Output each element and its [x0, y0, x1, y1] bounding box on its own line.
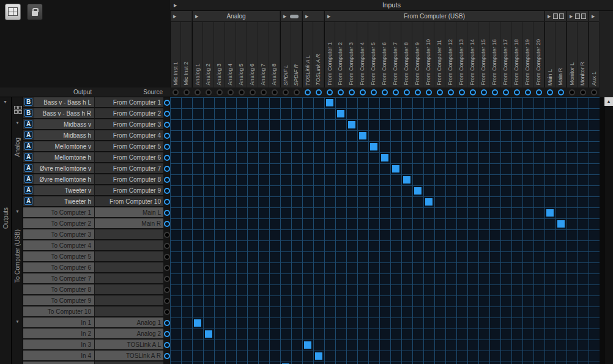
matrix-connection[interactable]: [557, 220, 565, 228]
lock-button[interactable]: [27, 4, 43, 20]
column-header[interactable]: Main L: [544, 22, 555, 87]
source-cell[interactable]: From Computer 5: [94, 141, 163, 152]
source-cell[interactable]: [94, 295, 163, 306]
matrix-connection[interactable]: [403, 176, 411, 184]
output-name-cell[interactable]: Mellomtone v: [34, 141, 94, 152]
column-header[interactable]: Analog 3: [214, 22, 225, 87]
output-name-cell[interactable]: Øvre mellomtone h: [34, 174, 94, 185]
output-name-cell[interactable]: In 2: [23, 329, 94, 339]
source-cell[interactable]: [94, 284, 163, 295]
column-header[interactable]: From Computer 15: [478, 22, 489, 87]
column-header[interactable]: Main R: [555, 22, 567, 87]
output-name-cell[interactable]: To Computer 6: [23, 262, 94, 273]
analog-collapse-icon[interactable]: ▼: [15, 121, 20, 125]
column-header[interactable]: Analog 2: [203, 22, 214, 87]
output-name-cell[interactable]: Midbass v: [34, 119, 94, 130]
column-header[interactable]: Analog 7: [258, 22, 269, 87]
source-cell[interactable]: [94, 306, 163, 317]
column-header[interactable]: From Computer 5: [368, 22, 379, 87]
column-header[interactable]: From Computer 11: [434, 22, 445, 87]
column-header[interactable]: Aux 1: [589, 22, 600, 87]
output-name-cell[interactable]: In 1: [23, 318, 94, 328]
source-cell[interactable]: From Computer 4: [94, 130, 163, 141]
output-name-cell[interactable]: In 4: [23, 351, 94, 361]
output-name-cell[interactable]: Bass v - Bass h L: [34, 97, 94, 108]
source-cell[interactable]: [94, 262, 163, 273]
input-group-analog[interactable]: ▶Analog: [192, 11, 280, 22]
pair-grid-icon[interactable]: [14, 106, 22, 114]
output-name-cell[interactable]: Bass v - Bass h R: [34, 108, 94, 119]
inputs-bar[interactable]: ▶ Inputs: [170, 0, 613, 11]
output-name-cell[interactable]: Øvre mellomtone v: [34, 163, 94, 174]
column-header[interactable]: From Computer 7: [390, 22, 401, 87]
column-header[interactable]: From Computer 8: [401, 22, 412, 87]
output-name-cell[interactable]: To Computer 4: [23, 240, 94, 251]
source-cell[interactable]: From Computer 6: [94, 152, 163, 163]
column-header[interactable]: From Computer 12: [445, 22, 456, 87]
source-cell[interactable]: From Computer 8: [94, 174, 163, 185]
inputs-expand-icon[interactable]: ▶: [174, 3, 177, 8]
output-name-cell[interactable]: Midbass h: [34, 130, 94, 141]
column-header[interactable]: SPDIF L: [280, 22, 291, 87]
output-name-cell[interactable]: Tweeter h: [34, 196, 94, 207]
input-group-from-computer[interactable]: ▶From Computer (USB): [324, 11, 544, 22]
source-cell[interactable]: From Computer 10: [94, 196, 163, 207]
matrix-connection[interactable]: [205, 330, 212, 338]
in-group-collapse-icon[interactable]: ▼: [15, 319, 20, 324]
source-cell[interactable]: From Computer 1: [94, 97, 163, 108]
column-header[interactable]: From Computer 19: [522, 22, 533, 87]
column-header[interactable]: Analog 5: [236, 22, 247, 87]
matrix-connection[interactable]: [348, 121, 355, 128]
output-name-cell[interactable]: Mellomtone h: [34, 152, 94, 163]
column-header[interactable]: Mic Inst 2: [181, 22, 192, 87]
matrix-connection[interactable]: [392, 165, 399, 173]
source-cell[interactable]: Main R: [94, 218, 163, 229]
column-header[interactable]: From Computer 1: [324, 22, 335, 87]
output-name-cell[interactable]: Tweeter v: [34, 185, 94, 196]
input-group-mic[interactable]: ▶: [170, 11, 191, 22]
column-header[interactable]: Monitor L: [567, 22, 578, 87]
output-name-cell[interactable]: To Computer 5: [23, 251, 94, 262]
outputs-collapse-icon[interactable]: ▼: [3, 100, 7, 104]
scroll-up-button[interactable]: ▲: [604, 97, 613, 106]
column-header[interactable]: From Computer 13: [456, 22, 467, 87]
matrix-connection[interactable]: [370, 143, 377, 150]
matrix-connection[interactable]: [337, 110, 344, 117]
output-name-cell[interactable]: To Computer 7: [23, 273, 94, 284]
column-header[interactable]: From Computer 18: [511, 22, 522, 87]
matrix-view-button[interactable]: [5, 4, 21, 20]
column-header[interactable]: From Computer 3: [346, 22, 357, 87]
column-header[interactable]: Analog 4: [225, 22, 236, 87]
matrix-connection[interactable]: [326, 99, 333, 106]
column-header[interactable]: From Computer 9: [412, 22, 423, 87]
output-name-cell[interactable]: To Computer 2: [23, 218, 94, 229]
column-header[interactable]: Mic Inst 1: [170, 22, 181, 87]
output-name-cell[interactable]: To Computer 3: [23, 229, 94, 240]
column-header[interactable]: SPDIF R: [291, 22, 302, 87]
source-cell[interactable]: Analog 1: [94, 318, 163, 328]
input-group-aux[interactable]: ▶: [589, 11, 599, 22]
matrix-connection[interactable]: [194, 319, 201, 327]
input-group-main[interactable]: ▶: [544, 11, 566, 22]
column-header[interactable]: Monitor R: [578, 22, 589, 87]
column-header[interactable]: From Computer 10: [423, 22, 434, 87]
source-cell[interactable]: TOSLink A L: [94, 340, 163, 350]
column-header[interactable]: TOSLink A L: [302, 22, 313, 87]
output-name-cell[interactable]: To Computer 9: [23, 295, 94, 306]
input-group-toslink[interactable]: ▶: [302, 11, 324, 22]
source-cell[interactable]: TOSLink A R: [94, 351, 163, 361]
matrix-connection[interactable]: [359, 132, 366, 139]
matrix-connection[interactable]: [304, 341, 311, 349]
column-header[interactable]: From Computer 6: [379, 22, 390, 87]
column-header[interactable]: From Computer 14: [467, 22, 478, 87]
source-cell[interactable]: Analog 2: [94, 329, 163, 339]
source-cell[interactable]: Main L: [94, 207, 163, 218]
to-computer-collapse-icon[interactable]: ▼: [15, 209, 20, 214]
column-header[interactable]: From Computer 16: [489, 22, 500, 87]
column-header[interactable]: From Computer 2: [335, 22, 346, 87]
column-header[interactable]: From Computer 4: [357, 22, 368, 87]
output-name-cell[interactable]: To Computer 10: [23, 306, 94, 317]
output-name-cell[interactable]: To Computer 1: [23, 207, 94, 218]
column-header[interactable]: Analog 6: [247, 22, 258, 87]
output-name-cell[interactable]: [23, 362, 94, 364]
